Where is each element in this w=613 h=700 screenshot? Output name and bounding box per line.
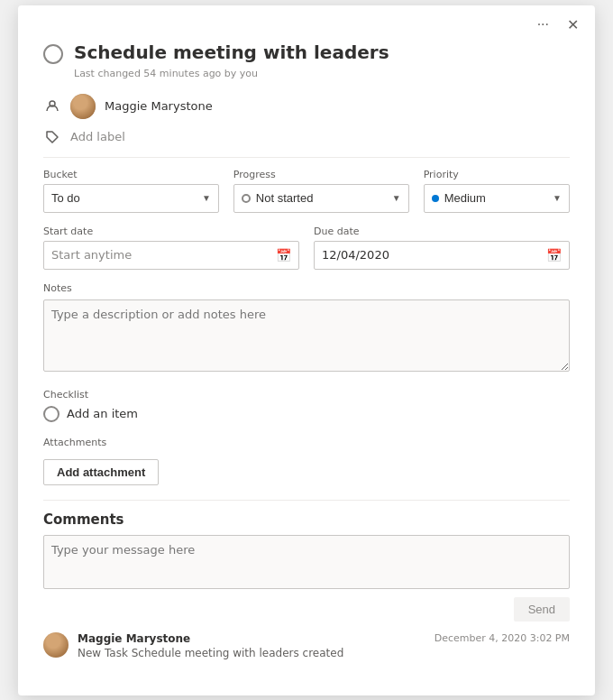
- add-attachment-button[interactable]: Add attachment: [43, 459, 159, 485]
- label-svg: [45, 130, 59, 144]
- checklist-section: Checklist Add an item: [43, 389, 570, 422]
- comment-time: December 4, 2020 3:02 PM: [435, 632, 570, 645]
- due-date-calendar-icon: 📅: [546, 248, 562, 262]
- progress-value: Not started: [256, 191, 314, 205]
- avatar-image: [70, 94, 96, 119]
- complete-task-button[interactable]: [43, 44, 63, 64]
- priority-chevron-icon: ▼: [553, 193, 562, 203]
- task-title-row: Schedule meeting with leaders: [43, 41, 570, 64]
- close-button[interactable]: ✕: [562, 13, 584, 37]
- assignee-name[interactable]: Maggie Marystone: [105, 99, 213, 113]
- attachments-label: Attachments: [43, 437, 570, 448]
- comment-entry: Maggie Marystone December 4, 2020 3:02 P…: [43, 632, 570, 659]
- due-date-label: Due date: [314, 226, 570, 237]
- comment-content: Maggie Marystone December 4, 2020 3:02 P…: [78, 632, 570, 659]
- send-button[interactable]: Send: [514, 597, 570, 622]
- due-date-input[interactable]: 12/04/2020 📅: [314, 241, 570, 270]
- more-options-button[interactable]: ···: [532, 13, 554, 37]
- comment-avatar: [43, 632, 69, 658]
- progress-dropdown[interactable]: Not started ▼: [233, 184, 409, 213]
- progress-label: Progress: [233, 169, 409, 180]
- bucket-chevron-icon: ▼: [202, 193, 211, 203]
- comment-input[interactable]: [43, 535, 570, 589]
- start-date-calendar-icon: 📅: [276, 248, 291, 262]
- start-date-input[interactable]: Start anytime 📅: [43, 241, 299, 270]
- comment-author: Maggie Marystone: [78, 632, 190, 645]
- notes-label: Notes: [43, 282, 570, 294]
- priority-label: Priority: [424, 169, 570, 180]
- dialog-header: ··· ✕: [18, 5, 595, 37]
- person-icon: [43, 97, 61, 115]
- attachments-section: Attachments Add attachment: [43, 437, 570, 485]
- start-date-value: Start anytime: [51, 248, 276, 262]
- divider-2: [43, 500, 570, 501]
- bucket-dropdown[interactable]: To do ▼: [43, 184, 219, 213]
- task-dialog: ··· ✕ Schedule meeting with leaders Last…: [18, 5, 595, 695]
- progress-circle-icon: [242, 194, 251, 203]
- notes-textarea[interactable]: [43, 299, 570, 372]
- fields-row-1: Bucket To do ▼ Progress Not started ▼ Pr…: [43, 169, 570, 213]
- start-date-label: Start date: [43, 226, 299, 237]
- progress-field: Progress Not started ▼: [233, 169, 409, 213]
- divider-1: [43, 157, 570, 158]
- progress-content: Not started: [242, 191, 314, 205]
- checklist-circle-button[interactable]: [43, 406, 59, 422]
- assignee-row: Maggie Marystone: [43, 94, 570, 119]
- due-date-value: 12/04/2020: [322, 248, 546, 262]
- priority-dot-icon: [432, 195, 439, 202]
- progress-chevron-icon: ▼: [392, 193, 401, 203]
- priority-dropdown[interactable]: Medium ▼: [424, 184, 570, 213]
- person-svg: [45, 99, 59, 114]
- label-icon: [43, 128, 61, 146]
- comments-label: Comments: [43, 511, 570, 528]
- send-row: Send: [43, 597, 570, 622]
- priority-value: Medium: [444, 191, 486, 205]
- add-label-button[interactable]: Add label: [70, 130, 125, 143]
- comments-section: Comments Send Maggie Marystone December …: [43, 511, 570, 659]
- last-changed-text: Last changed 54 minutes ago by you: [74, 68, 570, 79]
- notes-section: Notes: [43, 282, 570, 389]
- add-checklist-item-button[interactable]: Add an item: [67, 407, 138, 420]
- priority-content: Medium: [432, 191, 486, 205]
- due-date-field: Due date 12/04/2020 📅: [314, 226, 570, 270]
- checklist-add-row: Add an item: [43, 406, 570, 422]
- bucket-label: Bucket: [43, 169, 219, 180]
- comment-meta: Maggie Marystone December 4, 2020 3:02 P…: [78, 632, 570, 645]
- checklist-label: Checklist: [43, 389, 570, 401]
- start-date-field: Start date Start anytime 📅: [43, 226, 299, 270]
- avatar: [70, 94, 96, 119]
- bucket-value: To do: [51, 191, 80, 205]
- task-title: Schedule meeting with leaders: [74, 41, 389, 64]
- date-row: Start date Start anytime 📅 Due date 12/0…: [43, 226, 570, 270]
- bucket-field: Bucket To do ▼: [43, 169, 219, 213]
- priority-field: Priority Medium ▼: [424, 169, 570, 213]
- dialog-body: Schedule meeting with leaders Last chang…: [18, 37, 595, 695]
- comment-text: New Task Schedule meeting with leaders c…: [78, 647, 570, 659]
- add-label-row: Add label: [43, 128, 570, 146]
